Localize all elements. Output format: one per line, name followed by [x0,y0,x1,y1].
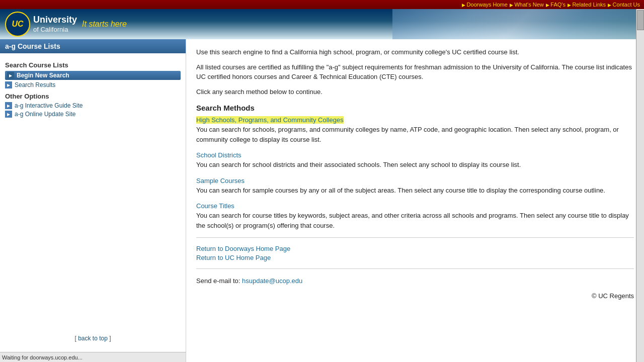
doorways-home-footer-link[interactable]: Return to Doorways Home Page [196,245,634,252]
scroll-thumb[interactable] [637,10,644,30]
back-to-top-link[interactable]: back to top [78,335,108,342]
whats-new-link[interactable]: What's New [510,2,544,8]
uc-text: University of California [33,14,77,34]
method-block-high-schools: High Schools, Programs, and Community Co… [196,116,634,144]
intro-paragraph-1: Use this search engine to find a Califor… [196,47,634,57]
begin-search-bullet: ▶ [7,72,14,79]
interactive-guide-bullet: ▶ [5,102,12,109]
sidebar-title: a-g Course Lists [0,39,186,53]
status-bar: Waiting for doorways.ucop.edu... [0,352,186,362]
other-options-heading: Other Options [5,93,181,100]
school-districts-link[interactable]: School Districts [196,151,242,159]
related-links-link[interactable]: Related Links [568,2,606,8]
course-titles-link[interactable]: Course Titles [196,202,234,210]
sample-courses-link[interactable]: Sample Courses [196,177,245,185]
uc-university: University [33,14,77,26]
online-update-item[interactable]: ▶ a-g Online Update Site [5,111,181,118]
top-nav: Doorways Home What's New FAQ's Related L… [0,0,644,9]
online-update-link[interactable]: a-g Online Update Site [15,111,75,118]
intro-paragraph-2: All listed courses are certified as fulf… [196,62,634,82]
header: UC University of California It starts he… [0,9,644,39]
method-block-school-districts: School Districts You can search for scho… [196,151,634,170]
uc-circle-logo: UC [5,12,30,37]
sidebar-content: Search Course Lists ▶ Begin New Search ▶… [0,53,186,123]
search-course-lists-heading: Search Course Lists [5,61,181,69]
email-label: Send e-mail to: [196,277,242,285]
email-line: Send e-mail to: hsupdate@ucop.edu [196,276,634,286]
search-results-item[interactable]: ▶ Search Results [5,81,181,88]
course-titles-desc: You can search for course titles by keyw… [196,211,634,230]
uc-tagline: It starts here [82,20,127,29]
high-schools-desc: You can search for schools, programs, an… [196,125,634,144]
high-schools-link[interactable]: High Schools, Programs, and Community Co… [196,116,344,124]
email-link[interactable]: hsupdate@ucop.edu [242,277,302,285]
begin-new-search-link[interactable]: Begin New Search [17,72,69,79]
uc-california: of California [33,26,77,34]
search-results-link[interactable]: Search Results [15,81,55,88]
uc-logo: UC University of California [5,12,77,37]
interactive-guide-item[interactable]: ▶ a-g Interactive Guide Site [5,102,181,109]
interactive-guide-link[interactable]: a-g Interactive Guide Site [15,102,83,109]
school-districts-desc: You can search for school districts and … [196,160,634,170]
doorways-home-link[interactable]: Doorways Home [462,2,508,8]
divider-1 [196,237,634,238]
begin-new-search-item[interactable]: ▶ Begin New Search [5,71,181,80]
divider-2 [196,268,634,269]
faqs-link[interactable]: FAQ's [546,2,566,8]
method-block-sample-courses: Sample Courses You can search for sample… [196,177,634,196]
online-update-bullet: ▶ [5,111,12,118]
uc-home-footer-link[interactable]: Return to UC Home Page [196,254,634,261]
main-layout: a-g Course Lists Search Course Lists ▶ B… [0,39,644,362]
intro-paragraph-3: Click any search method below to continu… [196,87,634,97]
header-background-image [392,9,644,39]
scrollbar[interactable] [636,9,644,362]
method-block-course-titles: Course Titles You can search for course … [196,202,634,230]
copyright: © UC Regents [196,291,634,301]
contact-us-link[interactable]: Contact Us [608,2,640,8]
search-methods-heading: Search Methods [196,104,634,112]
sample-courses-desc: You can search for sample courses by any… [196,186,634,196]
sidebar: a-g Course Lists Search Course Lists ▶ B… [0,39,186,362]
search-results-bullet: ▶ [5,81,12,88]
status-text: Waiting for doorways.ucop.edu... [2,354,83,360]
back-to-top: [ back to top ] [74,335,111,342]
main-content: Use this search engine to find a Califor… [186,39,644,362]
